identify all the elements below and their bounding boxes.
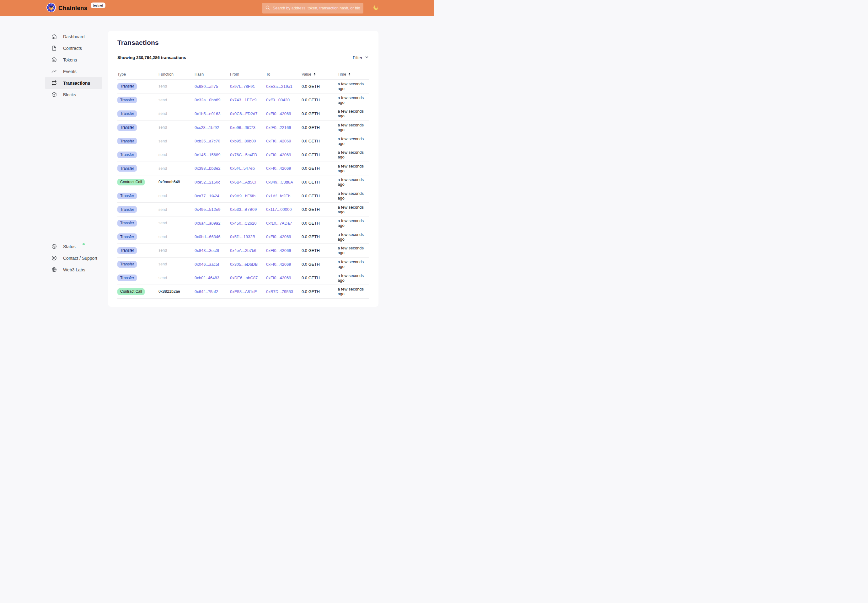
tx-from-link[interactable]: 0x5f1...1932B	[230, 234, 266, 239]
tx-hash-link[interactable]: 0x046...aac5f	[195, 262, 230, 267]
tx-from-link[interactable]: 0x76C...5c4FB	[230, 153, 266, 157]
tx-function: send	[158, 166, 195, 171]
tx-hash-link[interactable]: 0x32a...0bb69	[195, 97, 230, 102]
column-header-value[interactable]: Value	[302, 72, 338, 77]
tx-type-badge: Transfer	[118, 261, 137, 267]
tx-to-link[interactable]: 0xFf0...42069	[266, 234, 302, 239]
tx-to-link[interactable]: 0xFf0...42069	[266, 153, 302, 157]
tx-to-link[interactable]: 0xf10...7ADa7	[266, 221, 302, 226]
tx-to-link[interactable]: 0xFf0...42069	[266, 262, 302, 267]
filter-button[interactable]: Filter	[353, 55, 369, 60]
sidebar-item-status[interactable]: Status	[45, 241, 102, 252]
tx-hash-link[interactable]: 0x145...15689	[195, 153, 230, 157]
tx-time: a few seconds ago	[338, 191, 369, 201]
sidebar-footer: StatusContact / SupportWeb3 Labs	[45, 241, 102, 275]
tx-to-link[interactable]: 0xff0...00420	[266, 97, 302, 102]
column-label: Hash	[195, 72, 204, 77]
tx-time: a few seconds ago	[338, 273, 369, 283]
tx-to-link[interactable]: 0xFf0...42069	[266, 166, 302, 171]
sort-icon[interactable]	[347, 72, 351, 76]
table-row: Transfersend0x145...156890x76C...5c4FB0x…	[118, 148, 369, 162]
network-badge: testnet	[91, 3, 106, 8]
tx-hash-link[interactable]: 0xc28...1bf92	[195, 125, 230, 130]
tx-type-badge: Transfer	[118, 110, 137, 117]
sidebar-item-contracts[interactable]: Contracts	[45, 42, 102, 54]
dark-mode-toggle[interactable]	[372, 5, 380, 12]
tx-hash-link[interactable]: 0x6a4...a09a2	[195, 221, 230, 226]
tx-time: a few seconds ago	[338, 287, 369, 296]
tx-from-link[interactable]: 0x743...1EEc9	[230, 97, 266, 102]
sidebar-item-events[interactable]: Events	[45, 66, 102, 77]
tx-from-link[interactable]: 0xDE6...abC87	[230, 275, 266, 280]
tx-function: send	[158, 153, 195, 157]
tx-time: a few seconds ago	[338, 260, 369, 269]
table-row: Contract Call0x8821b2ae0x64f...75af20xE5…	[118, 285, 369, 299]
column-label: From	[230, 72, 239, 77]
table-row: Transfersend0x0bd...663460x5f1...1932B0x…	[118, 230, 369, 244]
page-title: Transactions	[118, 39, 369, 46]
tx-value: 0.0 GETH	[302, 97, 338, 102]
sidebar-item-label: Blocks	[63, 92, 76, 97]
sidebar-item-blocks[interactable]: Blocks	[45, 89, 102, 100]
tx-to-link[interactable]: 0xFf0...42069	[266, 275, 302, 280]
tx-function: send	[158, 125, 195, 130]
tx-hash-link[interactable]: 0x49e...512e9	[195, 207, 230, 212]
tx-to-link[interactable]: 0xFf0...42069	[266, 248, 302, 253]
sidebar-item-dashboard[interactable]: Dashboard	[45, 31, 102, 42]
tx-from-link[interactable]: 0x533...B7B09	[230, 207, 266, 212]
cube-icon	[51, 92, 57, 97]
tx-function: send	[158, 221, 195, 225]
tx-to-link[interactable]: 0x117...00000	[266, 207, 302, 212]
tx-from-link[interactable]: 0xe96...f6C73	[230, 125, 266, 130]
column-header-time[interactable]: Time	[338, 72, 369, 77]
sidebar-item-web3-labs[interactable]: Web3 Labs	[45, 264, 102, 275]
tx-from-link[interactable]: 0x305...eDbDB	[230, 262, 266, 267]
tx-to-link[interactable]: 0xE3a...219a1	[266, 84, 302, 89]
sidebar-item-label: Dashboard	[63, 34, 85, 39]
tx-from-link[interactable]: 0x6B4...Ad5CF	[230, 180, 266, 184]
tx-hash-link[interactable]: 0xb35...a7c70	[195, 139, 230, 143]
tx-function: send	[158, 235, 195, 239]
tx-from-link[interactable]: 0xb95...89b00	[230, 139, 266, 143]
tx-hash-link[interactable]: 0x843...3ec0f	[195, 248, 230, 253]
search-placeholder: Search by address, token, transaction ha…	[273, 6, 360, 10]
tx-to-link[interactable]: 0xfF0...22169	[266, 125, 302, 130]
tx-function: send	[158, 84, 195, 88]
tx-hash-link[interactable]: 0x680...aff75	[195, 84, 230, 89]
tx-to-link[interactable]: 0x849...C3d8A	[266, 180, 302, 184]
tx-value: 0.0 GETH	[302, 84, 338, 89]
sort-icon[interactable]	[313, 72, 317, 76]
tx-from-link[interactable]: 0x450...C2620	[230, 221, 266, 226]
sidebar-item-tokens[interactable]: Tokens	[45, 54, 102, 66]
sidebar-item-label: Tokens	[63, 57, 77, 62]
tx-function: send	[158, 98, 195, 102]
sidebar-item-transactions[interactable]: Transactions	[45, 77, 102, 89]
tx-hash-link[interactable]: 0xa77...1f424	[195, 193, 230, 198]
search-input[interactable]: Search by address, token, transaction ha…	[262, 3, 364, 14]
tx-from-link[interactable]: 0x0C6...FD2d7	[230, 111, 266, 116]
tx-from-link[interactable]: 0x97f...78F91	[230, 84, 266, 89]
brand[interactable]: Chainlens testnet	[46, 3, 105, 14]
tx-hash-link[interactable]: 0x398...bb3e2	[195, 166, 230, 171]
tx-from-link[interactable]: 0xE58...A81cF	[230, 289, 266, 294]
tx-hash-link[interactable]: 0xe52...2150c	[195, 180, 230, 184]
tx-to-link[interactable]: 0xFf0...42069	[266, 111, 302, 116]
tx-hash-link[interactable]: 0x64f...75af2	[195, 289, 230, 294]
status-online-dot	[82, 243, 85, 245]
tx-value: 0.0 GETH	[302, 180, 338, 184]
tx-type-badge: Transfer	[118, 247, 137, 254]
tx-to-link[interactable]: 0xB7D...79553	[266, 289, 302, 294]
tx-time: a few seconds ago	[338, 82, 369, 91]
tx-hash-link[interactable]: 0x0bd...66346	[195, 234, 230, 239]
tx-from-link[interactable]: 0x4eA...2b7b6	[230, 248, 266, 253]
tx-hash-link[interactable]: 0x1b5...e0163	[195, 111, 230, 116]
sidebar-item-contact-support[interactable]: Contact / Support	[45, 252, 102, 264]
tx-from-link[interactable]: 0x9A9...bF6fb	[230, 193, 266, 198]
tx-from-link[interactable]: 0x5f4...547eb	[230, 166, 266, 171]
tx-to-link[interactable]: 0xFf0...42069	[266, 139, 302, 143]
tx-to-link[interactable]: 0x1Af...fc2Eb	[266, 193, 302, 198]
table-body: Transfersend0x680...aff750x97f...78F910x…	[118, 80, 369, 299]
tx-hash-link[interactable]: 0xb0f...46483	[195, 275, 230, 280]
sidebar-item-label: Events	[63, 69, 77, 74]
search-icon	[265, 5, 270, 11]
